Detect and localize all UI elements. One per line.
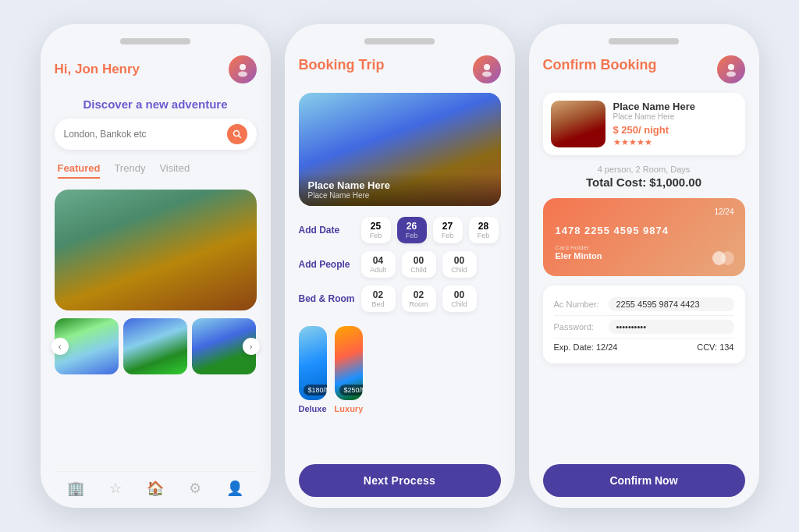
booking-header: Booking Trip xyxy=(299,55,501,83)
date-num-1: 26 xyxy=(403,221,421,232)
people-num-2: 00 xyxy=(450,255,469,266)
people-type-1: Child xyxy=(410,266,428,274)
add-date-row: Add Date 25 Feb 26 Feb 27 Feb 28 Feb xyxy=(299,217,501,243)
booking-hero-overlay: Place Name Here Place Name Here xyxy=(299,173,501,206)
confirm-title: Confirm Booking xyxy=(543,57,657,73)
gear-icon: ⚙ xyxy=(189,480,201,497)
phone-notch-3 xyxy=(609,38,679,44)
tab-trendy[interactable]: Trendy xyxy=(114,162,145,179)
search-button[interactable] xyxy=(227,124,247,144)
confirm-header: Confirm Booking xyxy=(543,55,745,83)
avatar-1[interactable] xyxy=(229,55,257,83)
people-chip-0[interactable]: 04 Adult xyxy=(361,251,396,278)
date-chip-3[interactable]: 28 Feb xyxy=(469,217,499,243)
date-num-3: 28 xyxy=(475,221,492,232)
exp-ccv-row: Exp. Date: 12/24 CCV: 134 xyxy=(554,339,734,356)
people-chip-1[interactable]: 00 Child xyxy=(402,251,436,278)
ac-number-value[interactable]: 2255 4595 9874 4423 xyxy=(609,297,734,311)
card-logo xyxy=(712,251,734,265)
password-label: Password: xyxy=(554,322,609,332)
card-number: 1478 2255 4595 9874 xyxy=(556,225,733,236)
date-mon-0: Feb xyxy=(368,232,385,239)
bedroom-child-chip[interactable]: 00 Child xyxy=(442,286,477,312)
hotel-option-deluxe[interactable]: $180/Day Deluxe xyxy=(299,326,327,413)
bed-num: 02 xyxy=(369,289,388,300)
svg-point-5 xyxy=(482,72,492,77)
add-people-label: Add People xyxy=(299,259,355,270)
card-logo-right xyxy=(721,251,734,265)
tab-featured[interactable]: Featured xyxy=(58,162,101,179)
greeting-row: Hi, Jon Henry xyxy=(55,55,257,83)
hero-place-name: Place Name Here xyxy=(308,179,492,191)
ccv-label: CCV: 134 xyxy=(697,342,733,352)
svg-point-0 xyxy=(240,64,246,70)
place-stars: ★★★★★ xyxy=(613,137,737,147)
bedchild-num: 00 xyxy=(450,289,469,300)
avatar-2[interactable] xyxy=(473,55,501,83)
room-chip[interactable]: 02 Room xyxy=(402,286,436,312)
place-thumbnail xyxy=(551,101,605,147)
svg-line-3 xyxy=(238,136,240,138)
payment-form: Ac Number: 2255 4595 9874 4423 Password:… xyxy=(543,286,745,364)
thumb-2[interactable] xyxy=(123,318,187,374)
people-chip-2[interactable]: 00 Child xyxy=(442,251,477,278)
thumbnail-row: ‹ › xyxy=(55,318,257,374)
hotel-options: $180/Day Deluxe $250/Day Luxury xyxy=(299,326,501,413)
luxury-card: $250/Day xyxy=(335,326,364,400)
prev-arrow[interactable]: ‹ xyxy=(51,338,69,355)
featured-main-image xyxy=(55,190,257,310)
deluxe-price: $180/Day xyxy=(304,385,327,395)
date-num-0: 25 xyxy=(368,221,385,232)
date-chip-1[interactable]: 26 Feb xyxy=(397,217,427,243)
greeting-text: Hi, Jon Henry xyxy=(55,62,140,77)
add-people-row: Add People 04 Adult 00 Child 00 Child xyxy=(299,251,501,278)
password-row: Password: •••••••••• xyxy=(554,316,734,339)
discover-title: Discover a new adventure xyxy=(55,98,257,111)
total-section: 4 person, 2 Room, Days Total Cost: $1,00… xyxy=(543,165,745,189)
date-chip-2[interactable]: 27 Feb xyxy=(433,217,463,243)
nav-settings[interactable]: ⚙ xyxy=(189,480,201,497)
deluxe-label: Deluxe xyxy=(299,404,327,413)
user-icon: 👤 xyxy=(226,480,243,497)
confirm-now-button[interactable]: Confirm Now xyxy=(543,464,745,497)
phone-3: Confirm Booking Place Name Here Place Na… xyxy=(529,24,759,508)
nav-home[interactable]: 🏠 xyxy=(147,480,164,497)
search-bar[interactable] xyxy=(55,119,257,150)
next-arrow[interactable]: › xyxy=(243,338,260,355)
people-type-2: Child xyxy=(450,266,469,274)
home-icon: 🏠 xyxy=(147,480,164,497)
building-icon: 🏢 xyxy=(67,480,84,497)
search-input[interactable] xyxy=(64,129,227,140)
svg-point-6 xyxy=(728,64,734,70)
tab-visited[interactable]: Visited xyxy=(159,162,190,179)
date-mon-3: Feb xyxy=(475,232,492,239)
password-value[interactable]: •••••••••• xyxy=(609,320,734,334)
next-process-button[interactable]: Next Process xyxy=(299,464,501,497)
bed-room-label: Bed & Room xyxy=(299,293,355,304)
people-num-0: 04 xyxy=(369,255,388,266)
hotel-option-luxury[interactable]: $250/Day Luxury xyxy=(335,326,364,413)
nav-star[interactable]: ☆ xyxy=(109,480,122,497)
avatar-3[interactable] xyxy=(717,55,745,83)
bed-type: Bed xyxy=(369,300,388,308)
place-summary: Place Name Here Place Name Here $ 250/ n… xyxy=(543,93,745,155)
place-name-big: Place Name Here xyxy=(613,101,737,112)
luxury-label: Luxury xyxy=(335,404,364,413)
deluxe-card: $180/Day xyxy=(299,326,327,400)
luxury-price: $250/Day xyxy=(339,385,364,395)
star-icon: ☆ xyxy=(109,480,122,497)
credit-card: 12/24 1478 2255 4595 9874 Card Holder El… xyxy=(543,198,745,276)
svg-point-7 xyxy=(726,72,736,77)
svg-point-4 xyxy=(484,64,490,70)
date-chip-0[interactable]: 25 Feb xyxy=(361,217,391,243)
phone-2: Booking Trip Place Name Here Place Name … xyxy=(285,24,515,508)
nav-building[interactable]: 🏢 xyxy=(67,480,84,497)
booking-hero-image: Place Name Here Place Name Here xyxy=(299,93,501,206)
place-info: Place Name Here Place Name Here $ 250/ n… xyxy=(613,101,737,147)
date-num-2: 27 xyxy=(439,221,456,232)
bed-chip[interactable]: 02 Bed xyxy=(361,286,396,312)
add-date-label: Add Date xyxy=(299,225,355,236)
bottom-nav: 🏢 ☆ 🏠 ⚙ 👤 xyxy=(55,471,257,497)
nav-user[interactable]: 👤 xyxy=(226,480,243,497)
bedchild-type: Child xyxy=(450,300,469,308)
